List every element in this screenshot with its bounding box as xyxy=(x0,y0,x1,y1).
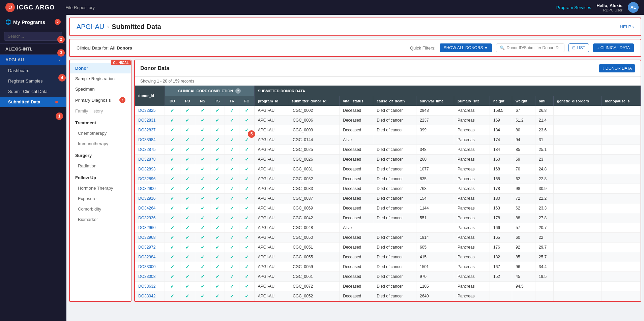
list-view-button[interactable]: ⊟ LIST xyxy=(568,43,589,52)
cell-donor-id[interactable]: DO32968 xyxy=(135,233,165,243)
donor-search-input[interactable] xyxy=(507,45,561,50)
help-icon[interactable]: ? xyxy=(235,88,241,94)
check-icon: ✓ xyxy=(215,205,219,211)
cell-genetic-disorders xyxy=(554,282,602,291)
cell-fo: ✓ xyxy=(239,203,254,213)
show-all-donors-button[interactable]: SHOW ALL DONORS ▼ xyxy=(440,43,492,52)
clinical-nav-radiation[interactable]: Radiation xyxy=(70,161,131,171)
clinical-nav-follow-up[interactable]: Follow Up xyxy=(70,171,131,183)
download-donor-data-button[interactable]: ↓ DONOR DATA xyxy=(599,64,635,72)
check-icon: ✓ xyxy=(245,137,249,142)
clinical-nav-primary-diagnosis[interactable]: Primary Diagnosis ! xyxy=(70,94,131,106)
cell-donor-id[interactable]: DO32984 xyxy=(135,252,165,262)
clinical-nav-specimen[interactable]: Specimen xyxy=(70,84,131,94)
table-row: DO33632 ✓ ✓ ✓ ✓ ✓ ✓ APGI-AU ICGC_0072 De… xyxy=(135,282,641,291)
cell-do: ✓ xyxy=(165,243,180,252)
cell-donor-id[interactable]: DO32837 xyxy=(135,125,165,135)
cell-height: 184 xyxy=(490,125,512,135)
data-panel-header: Donor Data ↓ DONOR DATA xyxy=(135,60,641,77)
cell-tr: ✓ xyxy=(225,262,239,272)
cell-fo: ✓ xyxy=(239,223,254,233)
check-icon: ✓ xyxy=(245,235,249,240)
clinical-nav-exposure[interactable]: Exposure xyxy=(70,193,131,204)
cell-submitter-donor-id: ICGC_0031 xyxy=(288,164,339,174)
clinical-nav-surgery[interactable]: Surgery xyxy=(70,149,131,161)
cell-height: 178 xyxy=(490,213,512,223)
file-repository-link[interactable]: File Repository xyxy=(63,4,97,11)
cell-donor-id[interactable]: DO32972 xyxy=(135,243,165,252)
cell-genetic-disorders xyxy=(554,262,602,272)
download-clinical-data-button[interactable]: ↓ CLINICAL DATA xyxy=(593,43,634,52)
col-header-cause-of-death: cause_of_death xyxy=(373,96,416,106)
cell-cause-of-death: Died of cancer xyxy=(373,291,416,301)
cell-donor-id[interactable]: DO32825 xyxy=(135,106,165,116)
check-icon: ✓ xyxy=(185,245,189,250)
table-row: DO32972 ✓ ✓ ✓ ✓ ✓ ✓ APGI-AU ICGC_0051 De… xyxy=(135,243,641,252)
check-icon: ✓ xyxy=(170,147,174,152)
check-icon: ✓ xyxy=(170,225,174,230)
breadcrumb-link[interactable]: APGI-AU xyxy=(77,23,104,31)
avatar[interactable]: AL xyxy=(628,2,639,13)
cell-donor-id[interactable]: DO32893 xyxy=(135,164,165,174)
logo[interactable]: ⬡ ICGC ARGO xyxy=(5,3,55,12)
cell-donor-id[interactable]: DO32900 xyxy=(135,184,165,194)
sidebar-item-apgi-au[interactable]: APGI-AU ∨ xyxy=(0,55,66,65)
notification-badge: 2 xyxy=(55,19,61,25)
user-role: RDPC User xyxy=(596,8,622,12)
sidebar-item-alexis-intl[interactable]: ALEXIS-INTL › xyxy=(0,44,66,55)
cell-donor-id[interactable]: DO33008 xyxy=(135,272,165,282)
cell-donor-id[interactable]: DO33042 xyxy=(135,291,165,301)
cell-bmi: 22.2 xyxy=(535,194,553,203)
user-info: Hello, Alexis RDPC User xyxy=(596,3,622,12)
cell-cause-of-death: Died of cancer xyxy=(373,194,416,203)
sidebar-nav-submit-clinical[interactable]: Submit Clinical Data xyxy=(0,86,66,97)
clinical-nav-comorbidity[interactable]: Comorbidity xyxy=(70,204,131,214)
help-link[interactable]: HELP › xyxy=(620,24,634,29)
sidebar-nav-register-samples[interactable]: Register Samples xyxy=(0,76,66,86)
sidebar-nav-dashboard[interactable]: Dashboard xyxy=(0,65,66,76)
clinical-nav-chemotherapy[interactable]: Chemotherapy xyxy=(70,128,131,138)
cell-do: ✓ xyxy=(165,233,180,243)
cell-donor-id[interactable]: DO32875 xyxy=(135,145,165,155)
cell-weight: 98 xyxy=(512,184,535,194)
cell-donor-id[interactable]: DO34264 xyxy=(135,203,165,213)
cell-donor-id[interactable]: DO33984 xyxy=(135,135,165,145)
cell-ns: ✓ xyxy=(195,184,210,194)
cell-donor-id[interactable]: DO32936 xyxy=(135,213,165,223)
cell-vital-status: Deceased xyxy=(340,164,373,174)
cell-submitter-donor-id: ICGC_0033 xyxy=(288,184,339,194)
check-icon: ✓ xyxy=(185,157,189,162)
clinical-nav-treatment[interactable]: Treatment xyxy=(70,116,131,128)
col-header-primary-site: primary_site xyxy=(454,96,490,106)
cell-donor-id[interactable]: DO33000 xyxy=(135,262,165,272)
cell-survival-time: 154 xyxy=(416,194,454,203)
cell-donor-id[interactable]: DO33632 xyxy=(135,282,165,291)
clinical-nav-sample-registration[interactable]: Sample Registration xyxy=(70,73,131,84)
cell-cause-of-death: Died of cancer xyxy=(373,262,416,272)
cell-menopause xyxy=(602,291,641,301)
cell-submitter-donor-id: ICGC_0009 xyxy=(288,125,339,135)
check-icon: ✓ xyxy=(245,225,249,230)
sidebar-nav-submitted-data[interactable]: Submitted Data xyxy=(0,97,66,107)
cell-program-id: APGI-AU xyxy=(254,164,288,174)
search-input[interactable] xyxy=(4,32,62,41)
cell-weight: 80 xyxy=(512,125,535,135)
clinical-nav-family-history[interactable]: Family History xyxy=(70,106,131,116)
clinical-nav-immunotherapy[interactable]: Immunotherapy xyxy=(70,138,131,149)
cell-fo: ✓ xyxy=(239,106,254,116)
cell-survival-time: 835 xyxy=(416,174,454,184)
cell-pd: ✓ xyxy=(180,164,195,174)
cell-donor-id[interactable]: DO32878 xyxy=(135,155,165,164)
cell-donor-id[interactable]: DO32960 xyxy=(135,223,165,233)
cell-donor-id[interactable]: DO32831 xyxy=(135,116,165,125)
program-services-link[interactable]: Program Services xyxy=(556,5,591,10)
check-icon: ✓ xyxy=(245,108,249,113)
cell-survival-time: 399 xyxy=(416,125,454,135)
check-icon: ✓ xyxy=(215,186,219,191)
cell-tr: ✓ xyxy=(225,213,239,223)
col-header-ns: NS xyxy=(195,96,210,106)
clinical-nav-hormone-therapy[interactable]: Hormone Therapy xyxy=(70,183,131,193)
cell-donor-id[interactable]: DO32916 xyxy=(135,194,165,203)
cell-donor-id[interactable]: DO32896 xyxy=(135,174,165,184)
clinical-nav-biomarker[interactable]: Biomarker xyxy=(70,214,131,225)
